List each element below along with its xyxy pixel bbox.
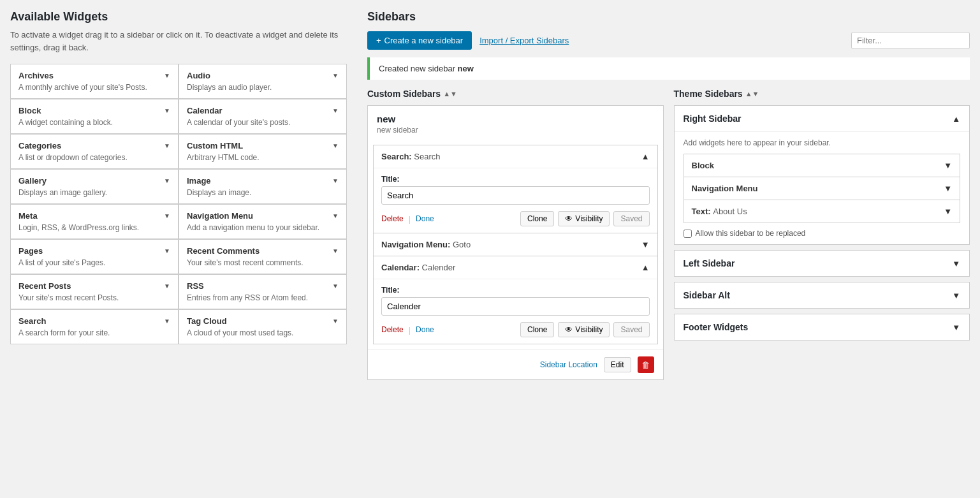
chevron-down-icon: ▼ (952, 291, 960, 300)
widget-item[interactable]: Tag Cloud ▼ A cloud of your most used ta… (179, 309, 347, 344)
widget-header: Recent Posts ▼ (18, 281, 170, 291)
widget-header: Calendar ▼ (187, 106, 339, 115)
text-widget-row[interactable]: Text: About Us ▼ (684, 200, 961, 223)
theme-widgets-container: Block ▼ Navigation Menu ▼ Text: About Us… (684, 154, 961, 223)
chevron-down-icon: ▼ (332, 107, 339, 114)
chevron-down-icon: ▼ (164, 282, 170, 289)
widget-name: Navigation Menu (187, 211, 253, 221)
widget-item[interactable]: Recent Posts ▼ Your site's most recent P… (10, 274, 179, 309)
trash-icon: 🗑 (641, 360, 650, 370)
widget-item[interactable]: Navigation Menu ▼ Add a navigation menu … (179, 204, 347, 239)
widget-item[interactable]: Block ▼ A widget containing a block. (10, 99, 179, 134)
search-widget-row: Search: Search ▲ Title: Delete | (373, 145, 658, 233)
widget-item[interactable]: Audio ▼ Displays an audio player. (179, 64, 347, 99)
widget-item[interactable]: RSS ▼ Entries from any RSS or Atom feed. (179, 274, 347, 309)
block-widget-row[interactable]: Block ▼ (684, 154, 961, 177)
right-sidebar-desc: Add widgets here to appear in your sideb… (684, 138, 961, 147)
search-widget-header[interactable]: Search: Search ▲ (374, 145, 657, 168)
widget-item[interactable]: Custom HTML ▼ Arbitrary HTML code. (179, 134, 347, 169)
widget-desc: Displays an audio player. (187, 83, 339, 92)
widget-item[interactable]: Meta ▼ Login, RSS, & WordPress.org links… (10, 204, 179, 239)
left-sidebar-item: Left Sidebar ▼ (674, 250, 970, 277)
widget-item[interactable]: Search ▼ A search form for your site. (10, 309, 179, 344)
widget-item[interactable]: Calendar ▼ A calendar of your site's pos… (179, 99, 347, 134)
calendar-widget-row: Calendar: Calender ▲ Title: Delete | (373, 256, 658, 344)
calendar-widget-actions: Delete | Done Clone 👁 Visibility Saved (381, 322, 650, 337)
widget-item[interactable]: Recent Comments ▼ Your site's most recen… (179, 239, 347, 274)
search-saved-status: Saved (613, 211, 649, 226)
sidebar-edit-button[interactable]: Edit (604, 357, 631, 372)
allow-replace-checkbox[interactable] (684, 230, 692, 238)
widget-item[interactable]: Archives ▼ A monthly archive of your sit… (10, 64, 179, 99)
widget-header: Block ▼ (18, 106, 170, 115)
search-title-input[interactable] (381, 186, 650, 205)
chevron-down-icon: ▼ (164, 142, 170, 149)
chevron-down-icon: ▼ (952, 259, 960, 268)
sidebar-delete-button[interactable]: 🗑 (638, 356, 654, 373)
widget-desc: A cloud of your most used tags. (187, 328, 339, 337)
chevron-down-icon: ▼ (332, 282, 339, 289)
calendar-visibility-button[interactable]: 👁 Visibility (558, 322, 610, 337)
widget-name: Recent Posts (18, 281, 71, 291)
right-sidebar-body: Add widgets here to appear in your sideb… (675, 131, 970, 244)
widget-desc: A list or dropdown of categories. (18, 153, 170, 162)
calendar-saved-status: Saved (613, 322, 649, 337)
widget-header: Image ▼ (187, 176, 339, 186)
footer-widgets-header[interactable]: Footer Widgets ▼ (675, 314, 970, 340)
widget-name: RSS (187, 281, 204, 291)
search-done-link[interactable]: Done (416, 214, 434, 223)
calendar-clone-button[interactable]: Clone (520, 322, 554, 337)
calendar-widget-title: Calendar: Calender (381, 263, 455, 272)
custom-sidebar-box: new new sidebar Search: Search ▲ (367, 105, 664, 380)
sidebars-panel: Sidebars + Create a new sidebar Import /… (357, 0, 980, 498)
calendar-title-input[interactable] (381, 297, 650, 316)
chevron-down-icon: ▼ (332, 318, 339, 325)
text-widget-name: Text: About Us (692, 207, 747, 216)
toolbar: + Create a new sidebar Import / Export S… (367, 31, 970, 50)
footer-widgets-item: Footer Widgets ▼ (674, 314, 970, 341)
widget-desc: Displays an image. (187, 188, 339, 197)
notification-bar: Created new sidebar new (367, 57, 970, 80)
search-clone-button[interactable]: Clone (520, 211, 554, 226)
chevron-down-icon: ▼ (332, 212, 339, 219)
widget-desc: Login, RSS, & WordPress.org links. (18, 223, 170, 232)
search-delete-link[interactable]: Delete (381, 214, 404, 223)
eye-icon: 👁 (565, 325, 573, 334)
widget-name: Archives (18, 71, 54, 80)
widget-header: RSS ▼ (187, 281, 339, 291)
calendar-done-link[interactable]: Done (416, 325, 434, 334)
sidebar-alt-header[interactable]: Sidebar Alt ▼ (675, 282, 970, 308)
widget-header: Tag Cloud ▼ (187, 316, 339, 326)
widget-item[interactable]: Image ▼ Displays an image. (179, 169, 347, 204)
right-sidebar-header[interactable]: Right Sidebar ▲ (675, 106, 970, 131)
calendar-delete-link[interactable]: Delete (381, 325, 404, 334)
widget-item[interactable]: Gallery ▼ Displays an image gallery. (10, 169, 179, 204)
sidebar-location-link[interactable]: Sidebar Location (540, 360, 597, 369)
filter-input[interactable] (851, 32, 970, 49)
eye-icon: 👁 (565, 214, 573, 223)
create-new-sidebar-button[interactable]: + Create a new sidebar (367, 31, 472, 50)
widget-name: Custom HTML (187, 141, 243, 150)
navigation-menu-widget-row-theme[interactable]: Navigation Menu ▼ (684, 177, 961, 200)
widget-name: Recent Comments (187, 246, 260, 256)
search-visibility-button[interactable]: 👁 Visibility (558, 211, 610, 226)
chevron-down-icon: ▼ (944, 161, 952, 170)
import-export-link[interactable]: Import / Export Sidebars (479, 36, 569, 45)
widget-desc: A widget containing a block. (18, 118, 170, 127)
allow-replace-label: Allow this sidebar to be replaced (696, 229, 806, 238)
widget-item[interactable]: Categories ▼ A list or dropdown of categ… (10, 134, 179, 169)
widget-item[interactable]: Pages ▼ A list of your site's Pages. (10, 239, 179, 274)
widget-header: Categories ▼ (18, 141, 170, 150)
widget-desc: A calendar of your site's posts. (187, 118, 339, 127)
widget-desc: Entries from any RSS or Atom feed. (187, 293, 339, 302)
widget-header: Audio ▼ (187, 71, 339, 80)
calendar-widget-header[interactable]: Calendar: Calender ▲ (374, 256, 657, 279)
sidebar-alt-name: Sidebar Alt (684, 290, 730, 300)
widget-name: Audio (187, 71, 210, 80)
navigation-menu-widget-row: Navigation Menu: Goto ▼ (373, 233, 658, 256)
navigation-menu-widget-title: Navigation Menu: Goto (381, 240, 471, 249)
left-sidebar-header[interactable]: Left Sidebar ▼ (675, 251, 970, 276)
widget-name: Gallery (18, 176, 47, 186)
navigation-menu-widget-header[interactable]: Navigation Menu: Goto ▼ (374, 233, 657, 256)
widget-desc: Add a navigation menu to your sidebar. (187, 223, 339, 232)
